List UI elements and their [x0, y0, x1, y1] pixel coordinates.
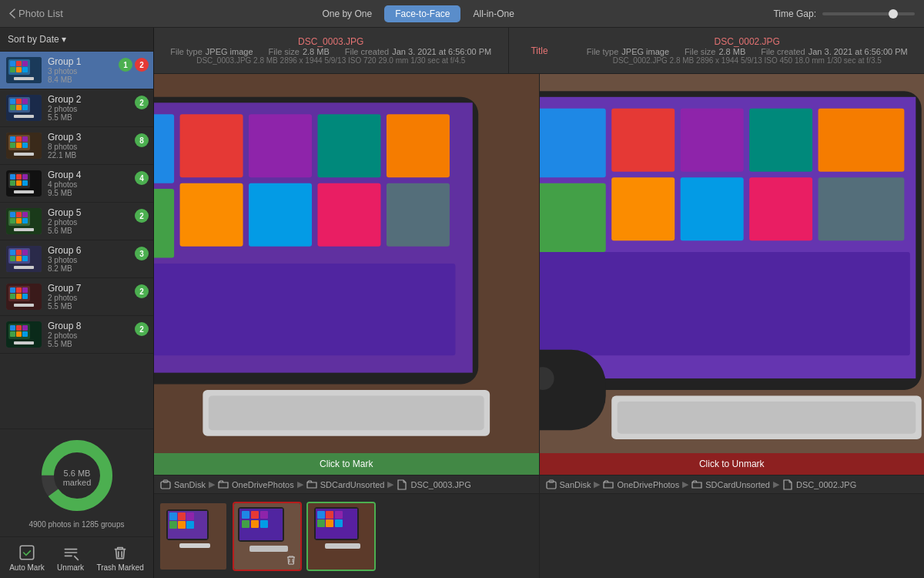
back-label: Photo List — [18, 8, 63, 19]
svg-rect-103 — [186, 521, 194, 529]
donut-label: marked — [62, 478, 91, 487]
svg-rect-31 — [16, 174, 22, 180]
svg-rect-119 — [317, 519, 325, 527]
sidebar-group-8[interactable]: Group 8 2 photos5.5 MB 2 — [0, 316, 153, 354]
svg-rect-141 — [540, 350, 606, 430]
group-name-3: Group 3 — [48, 132, 147, 143]
thumb-1[interactable] — [159, 502, 228, 571]
time-gap-control: Time Gap: — [773, 8, 915, 19]
sidebar-group-6[interactable]: Group 6 3 photos8.2 MB 3 — [0, 240, 153, 278]
svg-rect-67 — [16, 325, 22, 331]
svg-rect-51 — [22, 250, 28, 255]
svg-rect-82 — [180, 183, 243, 247]
svg-rect-59 — [16, 294, 22, 299]
group-info-3: Group 3 8 photos22.1 MB — [48, 132, 147, 160]
group-badges-6: 3 — [135, 247, 149, 260]
group-meta-7: 2 photos5.5 MB — [48, 294, 147, 311]
badge-red: 2 — [135, 58, 149, 72]
trash-icon — [111, 543, 129, 562]
tab-face-to-face[interactable]: Face-to-Face — [384, 5, 460, 22]
svg-rect-118 — [317, 511, 325, 519]
sidebar-group-4[interactable]: Group 4 4 photos9.5 MB 4 — [0, 165, 153, 203]
svg-rect-25 — [22, 143, 28, 148]
group-info-8: Group 8 2 photos5.5 MB — [48, 321, 147, 348]
group-thumb-8 — [6, 321, 42, 348]
svg-rect-132 — [680, 109, 743, 172]
group-thumb-4 — [6, 170, 42, 197]
sidebar-toolbar: Auto Mark Unmark Trash Marked — [0, 536, 153, 578]
sort-bar[interactable]: Sort by Date ▾ — [0, 28, 153, 52]
sidebar-group-1[interactable]: Group 1 3 photos8.4 MB 12 — [0, 52, 153, 89]
badge-green: 4 — [135, 171, 149, 185]
svg-rect-11 — [10, 99, 15, 104]
right-mark-bar[interactable]: Click to Unmark — [540, 453, 925, 475]
left-photo-svg — [154, 74, 539, 453]
left-mark-bar[interactable]: Click to Mark — [154, 453, 539, 475]
thumb-2[interactable] — [233, 502, 302, 571]
file-icon-right — [782, 479, 793, 490]
svg-rect-88 — [387, 183, 450, 247]
svg-rect-23 — [16, 143, 22, 148]
group-name-2: Group 2 — [48, 94, 147, 105]
svg-rect-6 — [22, 61, 28, 66]
tab-one-by-one[interactable]: One by One — [311, 5, 383, 22]
svg-rect-43 — [22, 218, 28, 223]
group-name-7: Group 7 — [48, 283, 147, 294]
view-tabs: One by One Face-to-Face All-in-One — [311, 5, 524, 22]
group-list: Group 1 3 photos8.4 MB 12 Group 2 2 phot… — [0, 52, 153, 428]
group-badges-2: 2 — [135, 96, 149, 109]
svg-rect-4 — [16, 61, 22, 66]
svg-rect-62 — [14, 304, 34, 307]
svg-rect-128 — [540, 109, 606, 177]
svg-rect-91 — [209, 395, 484, 430]
main-layout: Sort by Date ▾ Group 1 3 photos8.4 MB 12 — [0, 28, 924, 578]
group-meta-4: 4 photos9.5 MB — [48, 180, 147, 197]
stats-text: 4900 photos in 1285 groups — [8, 520, 146, 529]
left-photo[interactable] — [154, 74, 539, 453]
group-meta-6: 3 photos8.2 MB — [48, 256, 147, 273]
group-thumb-3 — [6, 133, 42, 159]
right-main-image — [540, 74, 925, 453]
group-thumb-5 — [6, 208, 42, 234]
svg-rect-100 — [178, 512, 186, 520]
trash-marked-button[interactable]: Trash Marked — [96, 543, 143, 572]
svg-rect-57 — [10, 294, 15, 299]
svg-rect-122 — [335, 511, 343, 519]
tab-all-in-one[interactable]: All-in-One — [462, 5, 524, 22]
svg-rect-2 — [10, 61, 15, 66]
content-area: DSC_0003.JPG File type JPEG image File s… — [154, 28, 924, 578]
svg-rect-42 — [22, 212, 28, 217]
sort-label: Sort by Date ▾ — [8, 34, 66, 45]
svg-rect-81 — [180, 114, 243, 177]
sidebar-group-3[interactable]: Group 3 8 photos22.1 MB 8 — [0, 127, 153, 165]
svg-rect-44 — [14, 228, 34, 231]
back-button[interactable]: Photo List — [9, 8, 63, 19]
sidebar-group-2[interactable]: Group 2 2 photos5.5 MB 2 — [0, 89, 153, 127]
svg-rect-34 — [22, 180, 28, 186]
svg-rect-137 — [818, 177, 904, 240]
thumb-3[interactable] — [306, 502, 376, 571]
time-gap-slider[interactable] — [822, 12, 915, 15]
donut-container: 5.6 MB marked — [8, 437, 146, 514]
svg-rect-89 — [154, 264, 455, 355]
svg-rect-70 — [22, 331, 28, 337]
left-image-panel: Click to Mark SanDisk ▶ OneDrivePhotos ▶… — [154, 74, 540, 578]
svg-rect-21 — [10, 143, 15, 148]
svg-rect-110 — [251, 511, 259, 519]
svg-rect-133 — [680, 177, 743, 240]
svg-rect-30 — [10, 180, 15, 186]
image-area: Click to Mark SanDisk ▶ OneDrivePhotos ▶… — [154, 74, 924, 578]
right-photo[interactable] — [540, 74, 925, 453]
svg-rect-65 — [10, 325, 15, 331]
unmark-button[interactable]: Unmark — [57, 543, 84, 572]
svg-rect-32 — [16, 180, 22, 186]
svg-rect-20 — [10, 136, 15, 142]
svg-rect-85 — [317, 114, 380, 177]
sidebar-group-7[interactable]: Group 7 2 photos5.5 MB 2 — [0, 278, 153, 316]
svg-rect-124 — [325, 543, 360, 549]
auto-mark-button[interactable]: Auto Mark — [9, 543, 45, 572]
sidebar-group-5[interactable]: Group 5 2 photos5.6 MB 2 — [0, 203, 153, 240]
svg-rect-12 — [10, 105, 15, 110]
group-badges-8: 2 — [135, 322, 149, 336]
right-file-name: DSC_0002.JPG — [715, 36, 780, 47]
